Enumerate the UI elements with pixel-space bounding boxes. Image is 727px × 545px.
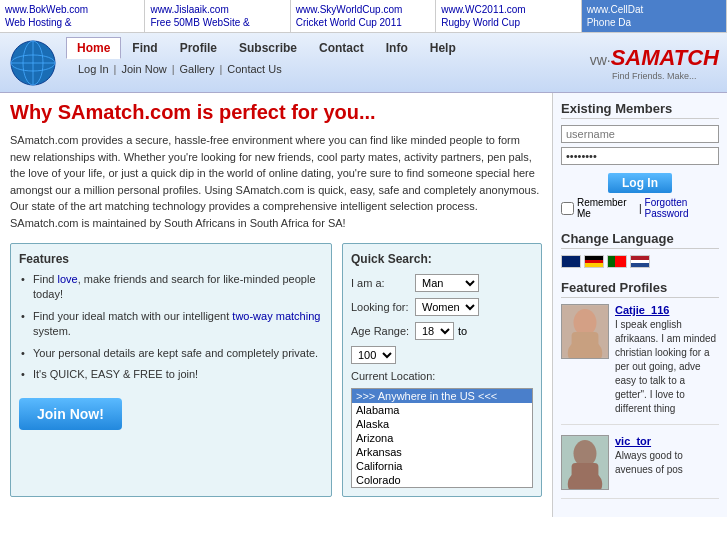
nav-help[interactable]: Help [419,37,467,59]
feature-item-3: It's QUICK, EASY & FREE to join! [19,367,323,382]
nav-profile[interactable]: Profile [169,37,228,59]
profile-name-1[interactable]: vic_tor [615,435,719,447]
location-item-1[interactable]: Alabama [352,403,532,417]
ad-domain-1: www.Jislaaik.com [150,3,284,16]
location-item-6[interactable]: Colorado [352,473,532,487]
sidebar: Existing Members Log In Remember Me | Fo… [552,93,727,517]
qs-age-to-select[interactable]: 100 90 80 70 [351,346,396,364]
sub-nav-gallery[interactable]: Gallery [176,63,219,75]
ad-item-2[interactable]: www.SkyWorldCup.com Cricket World Cup 20… [291,0,436,32]
login-button[interactable]: Log In [608,173,672,193]
page-title: Why SAmatch.com is perfect for you... [10,101,542,124]
nav-info[interactable]: Info [375,37,419,59]
login-form: Log In Remember Me | Forgotten Password [561,125,719,219]
nav-subscribe[interactable]: Subscribe [228,37,308,59]
quick-search-box: Quick Search: I am a: Man Woman Looking … [342,243,542,497]
qs-lookingfor-label: Looking for: [351,301,411,313]
flag-nl[interactable] [630,255,650,268]
nav-find[interactable]: Find [121,37,168,59]
ad-bar: www.BokWeb.com Web Hosting & www.Jislaai… [0,0,727,33]
location-item-5[interactable]: California [352,459,532,473]
sub-nav-sep-2: | [172,63,175,75]
remember-me-checkbox[interactable] [561,202,574,215]
logo-tagline: Find Friends. Make... [590,71,719,81]
ad-item-0[interactable]: www.BokWeb.com Web Hosting & [0,0,145,32]
sub-nav-join[interactable]: Join Now [117,63,170,75]
flag-uk[interactable] [561,255,581,268]
qs-iam-label: I am a: [351,277,411,289]
sub-nav-sep-1: | [114,63,117,75]
features-title: Features [19,252,323,266]
location-item-4[interactable]: Arkansas [352,445,532,459]
location-item-7[interactable]: Connecticut [352,487,532,488]
content-area: Why SAmatch.com is perfect for you... SA… [0,93,552,517]
qs-age-label: Age Range: [351,325,411,337]
ad-item-4[interactable]: www.CellDat Phone Da [582,0,727,32]
remember-me-label: Remember Me [577,197,632,219]
sub-nav-login[interactable]: Log In [74,63,113,75]
logo-name: SAMATCH [611,45,719,70]
two-col: Features Find love, make friends and sea… [10,243,542,497]
svg-rect-8 [572,332,599,351]
ad-desc-1: Free 50MB WebSite & [150,16,284,29]
qs-lookingfor-row: Looking for: Women Men [351,298,533,316]
features-box: Features Find love, make friends and sea… [10,243,332,497]
location-item-2[interactable]: Alaska [352,417,532,431]
nav-contact[interactable]: Contact [308,37,375,59]
nav-home[interactable]: Home [66,37,121,59]
lang-flags [561,255,719,268]
ad-item-1[interactable]: www.Jislaaik.com Free 50MB WebSite & [145,0,290,32]
sub-nav-contact[interactable]: Contact Us [223,63,285,75]
location-item-3[interactable]: Arizona [352,431,532,445]
username-input[interactable] [561,125,719,143]
profile-name-0[interactable]: Catjie_116 [615,304,719,316]
ad-domain-2: www.SkyWorldCup.com [296,3,430,16]
location-wrapper: >>> Anywhere in the US <<< Alabama Alask… [351,388,533,488]
qs-age-to-label: to [458,325,467,337]
profile-info-0: Catjie_116 I speak english afrikaans. I … [615,304,719,416]
logo: vw·SAMATCH Find Friends. Make... [590,45,719,81]
feature-text-3: It's QUICK, EASY & FREE to join! [33,368,198,380]
location-list[interactable]: >>> Anywhere in the US <<< Alabama Alask… [351,388,533,488]
profile-info-1: vic_tor Always good to avenues of pos [615,435,719,490]
svg-rect-12 [572,463,599,482]
nav-bar: Home Find Profile Subscribe Contact Info… [66,33,582,61]
qs-age-from-select[interactable]: 18 19 20 25 30 [415,322,454,340]
password-input[interactable] [561,147,719,165]
two-way-matching-link[interactable]: two-way matching [232,310,320,322]
find-love-link[interactable]: love [57,273,77,285]
svg-point-10 [574,440,597,467]
flag-de[interactable] [584,255,604,268]
ad-item-3[interactable]: www.WC2011.com Rugby World Cup [436,0,581,32]
ad-desc-3: Rugby World Cup [441,16,575,29]
qs-lookingfor-select[interactable]: Women Men [415,298,479,316]
qs-age-max-row: 100 90 80 70 [351,346,533,364]
feature-item-0: Find love, make friends and search for l… [19,272,323,303]
main-layout: Why SAmatch.com is perfect for you... SA… [0,93,727,517]
ad-desc-2: Cricket World Cup 2011 [296,16,430,29]
header-right: vw·SAMATCH Find Friends. Make... [582,33,727,92]
ad-desc-0: Web Hosting & [5,16,139,29]
sub-nav: Log In | Join Now | Gallery | Contact Us [66,61,582,77]
feature-item-1: Find your ideal match with our intellige… [19,309,323,340]
profile-photo-0 [561,304,609,359]
join-now-button[interactable]: Join Now! [19,398,122,430]
quick-search-title: Quick Search: [351,252,533,266]
qs-location-label: Current Location: [351,370,435,382]
profile-desc-0: I speak english afrikaans. I am minded c… [615,318,719,416]
qs-iam-select[interactable]: Man Woman [415,274,479,292]
intro-text: SAmatch.com provides a secure, hassle-fr… [10,132,542,231]
forgot-password-link[interactable]: Forgotten Password [645,197,719,219]
featured-profile-0: Catjie_116 I speak english afrikaans. I … [561,304,719,425]
language-section: Change Language [561,231,719,268]
feature-text-0: Find love, make friends and search for l… [33,273,316,300]
profile-photo-1 [561,435,609,490]
ad-domain-0: www.BokWeb.com [5,3,139,16]
profile-avatar-0 [562,305,608,358]
flag-pt[interactable] [607,255,627,268]
profile-desc-1: Always good to avenues of pos [615,449,719,477]
feature-text-1: Find your ideal match with our intellige… [33,310,320,337]
location-item-0[interactable]: >>> Anywhere in the US <<< [352,389,532,403]
ad-domain-4: www.CellDat [587,3,721,16]
features-list: Find love, make friends and search for l… [19,272,323,382]
